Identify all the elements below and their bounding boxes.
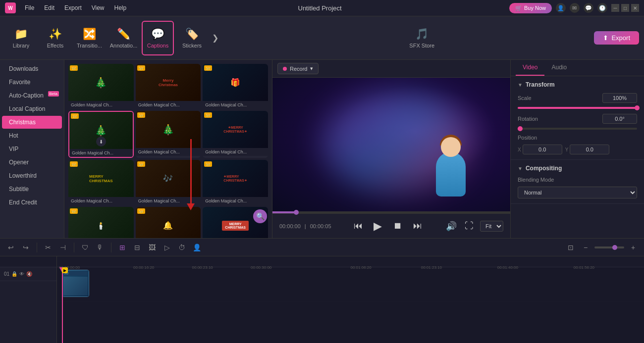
ruler-spacer xyxy=(0,256,56,267)
timeline-right-controls: ⊡ − + xyxy=(565,242,639,253)
buy-now-button[interactable]: 🛒 Buy Now xyxy=(509,3,552,13)
playhead[interactable] xyxy=(62,267,63,343)
playback-controls: ⏮ ▶ ⏹ ⏭ xyxy=(351,219,425,233)
panel-end-credit[interactable]: End Credit xyxy=(2,196,62,209)
fit-select[interactable]: Fit xyxy=(480,221,503,232)
menu-file[interactable]: File xyxy=(21,3,38,12)
volume-button[interactable]: 🔊 xyxy=(444,219,458,233)
split-button[interactable]: ⊣ xyxy=(57,242,69,253)
panel-subtitle[interactable]: Subtitle xyxy=(2,183,62,196)
minimize-button[interactable]: ─ xyxy=(611,4,619,12)
speed-button[interactable]: ⏱ xyxy=(176,242,188,253)
menu-export[interactable]: Export xyxy=(60,3,86,12)
video-clip[interactable]: AV xyxy=(62,270,89,297)
toolbar-annotations-label: Annotatio... xyxy=(110,43,138,49)
compositing-chevron[interactable]: ▼ xyxy=(518,166,523,171)
user-icon[interactable]: 👤 xyxy=(556,3,566,13)
caption-card-3[interactable]: 👑 🎁 Golden Magical Ch... xyxy=(203,64,268,109)
tab-audio[interactable]: Audio xyxy=(544,60,574,76)
history-icon[interactable]: 🕐 xyxy=(597,3,607,13)
scale-slider[interactable] xyxy=(518,107,637,109)
caption-card-8[interactable]: 👑 🎶 Golden Magical Ch... xyxy=(136,160,201,205)
eye-icon[interactable]: 👁 xyxy=(19,271,24,277)
caption-card-4[interactable]: 👑 🎄 ⬇ Golden Magical Ch... xyxy=(68,111,134,158)
panel-downloads[interactable]: Downloads xyxy=(2,62,62,75)
crown-badge-9: 👑 xyxy=(204,161,212,167)
fast-forward-button[interactable]: ⏭ xyxy=(411,219,425,233)
captions-icon: 💬 xyxy=(151,28,164,41)
caption-card-5[interactable]: 👑 🎄 Golden Magical Ch... xyxy=(136,111,201,158)
caption-card-9[interactable]: 👑 ✦MERRYCHRISTMAS✦ Golden Magical Ch... xyxy=(203,160,268,205)
rotation-slider[interactable] xyxy=(518,128,637,130)
search-button[interactable]: 🔍 xyxy=(253,209,267,223)
fullscreen-button[interactable]: ⛶ xyxy=(462,219,476,233)
x-value[interactable]: 0.0 xyxy=(523,145,562,154)
zoom-slider[interactable] xyxy=(594,246,624,248)
y-value[interactable]: 0.0 xyxy=(570,145,609,154)
menu-edit[interactable]: Edit xyxy=(40,3,58,12)
caption-card-7[interactable]: 👑 MERRYCHRISTMAS Golden Magical Ch... xyxy=(68,160,134,205)
cut-button[interactable]: ✂ xyxy=(42,242,54,253)
image-button[interactable]: 🖼 xyxy=(146,242,158,253)
blending-select[interactable]: Normal xyxy=(518,187,637,198)
rewind-button[interactable]: ⏮ xyxy=(351,219,365,233)
toolbar-effects-label: Effects xyxy=(47,43,63,49)
panel-opener[interactable]: Opener xyxy=(2,156,62,169)
redo-button[interactable]: ↪ xyxy=(20,242,32,253)
caption-card-7-label: Golden Magical Ch... xyxy=(68,197,134,205)
undo-button[interactable]: ↩ xyxy=(5,242,17,253)
panel-auto-caption[interactable]: Auto-Caption Beta xyxy=(2,89,62,102)
record-button[interactable]: Record ▾ xyxy=(277,63,319,74)
timeline-toolbar: ↩ ↪ ✂ ⊣ 🛡 🎙 ⊞ ⊟ 🖼 ▷ ⏱ 👤 ⊡ − + xyxy=(0,239,644,256)
transform-chevron[interactable]: ▼ xyxy=(518,82,523,88)
play-range-button[interactable]: ▷ xyxy=(161,242,173,253)
caption-card-10[interactable]: 👑 🕯️ Golden Magical Ch... xyxy=(68,207,134,238)
toolbar-more-button[interactable]: ❯ xyxy=(210,21,220,55)
message-icon[interactable]: 💬 xyxy=(584,3,593,13)
mail-icon[interactable]: ✉ xyxy=(570,3,580,13)
merge-button[interactable]: ⊟ xyxy=(131,242,143,253)
maximize-button[interactable]: □ xyxy=(621,4,629,12)
caption-card-11[interactable]: 👑 🔔 Golden Magical Ch... xyxy=(136,207,201,238)
close-button[interactable]: ✕ xyxy=(631,4,639,12)
toolbar-effects[interactable]: ✨ Effects xyxy=(39,21,71,55)
timeline-expand-button[interactable]: ⊡ xyxy=(565,242,577,253)
menu-help[interactable]: Help xyxy=(110,3,131,12)
mute-icon[interactable]: 🔇 xyxy=(26,271,32,277)
panel-vip[interactable]: VIP xyxy=(2,143,62,155)
play-button[interactable]: ▶ xyxy=(371,219,385,233)
search-icon: 🔍 xyxy=(256,212,265,220)
caption-card-5-image: 👑 🎄 xyxy=(136,111,201,148)
panel-favorite[interactable]: Favorite xyxy=(2,76,62,89)
panel-local-caption[interactable]: Local Caption xyxy=(2,102,62,115)
lock-icon[interactable]: 🔒 xyxy=(11,271,17,277)
mic-button[interactable]: 🎙 xyxy=(94,242,106,253)
caption-card-6[interactable]: 👑 ✦MERRYCHRISTMAS✦ Golden Magical Ch... xyxy=(203,111,268,158)
caption-card-2[interactable]: 👑 MerryChristmas Golden Magical Ch... xyxy=(136,64,201,109)
transitions-icon: 🔀 xyxy=(83,28,96,41)
panel-lowerthird[interactable]: Lowerthird xyxy=(2,169,62,182)
toolbar-stickers[interactable]: 🏷️ Stickers xyxy=(176,21,208,55)
zoom-out-button[interactable]: − xyxy=(580,242,591,253)
toolbar-library[interactable]: 📁 Library xyxy=(5,21,37,55)
preview-progress-bar[interactable] xyxy=(272,211,510,213)
rotation-value[interactable]: 0.0° xyxy=(602,114,637,124)
export-button[interactable]: ⬆ Export xyxy=(594,31,639,45)
scale-value[interactable]: 100% xyxy=(602,93,637,103)
zoom-in-button[interactable]: + xyxy=(627,242,639,253)
toolbar-captions[interactable]: 💬 Captions xyxy=(142,21,174,55)
panel-christmas[interactable]: Christmas xyxy=(2,116,62,129)
panel-hot[interactable]: Hot xyxy=(2,129,62,142)
time-separator: | xyxy=(305,223,306,229)
shield-button[interactable]: 🛡 xyxy=(79,242,91,253)
toolbar-annotations[interactable]: ✏️ Annotatio... xyxy=(107,21,140,55)
toolbar-sfx-store[interactable]: 🎵 SFX Store xyxy=(409,28,434,49)
snap-button[interactable]: ⊞ xyxy=(116,242,128,253)
tab-video[interactable]: Video xyxy=(516,60,544,76)
caption-card-1[interactable]: 👑 🎄 Golden Magical Ch... xyxy=(68,64,134,109)
toolbar-transitions[interactable]: 🔀 Transitio... xyxy=(73,21,106,55)
menu-view[interactable]: View xyxy=(88,3,108,12)
user-voice-button[interactable]: 👤 xyxy=(191,242,203,253)
stop-button[interactable]: ⏹ xyxy=(391,219,405,233)
music-icon-8: 🎶 xyxy=(163,174,173,183)
